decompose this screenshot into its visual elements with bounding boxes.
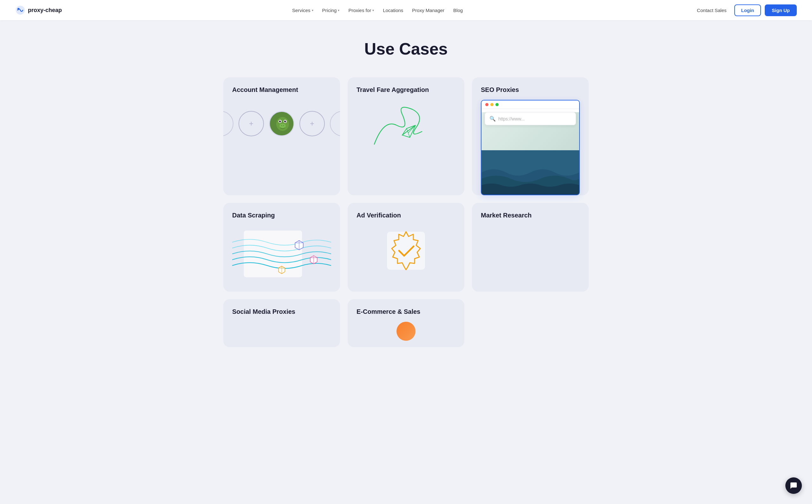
- card-market-research[interactable]: Market Research: [472, 203, 589, 292]
- ecommerce-illustration-hint: [356, 322, 456, 341]
- browser-content-area: 🔍 https://www...: [482, 112, 579, 150]
- card-social-media[interactable]: Social Media Proxies: [223, 299, 340, 347]
- svg-point-1: [17, 8, 19, 10]
- browser-dot-green: [496, 103, 499, 106]
- contact-sales-button[interactable]: Contact Sales: [693, 5, 730, 16]
- page-title: Use Cases: [223, 39, 589, 58]
- nav-proxies-for[interactable]: Proxies for ▾: [344, 5, 378, 16]
- nav-proxy-manager[interactable]: Proxy Manager: [408, 5, 448, 16]
- chat-icon: [790, 482, 797, 489]
- svg-rect-25: [387, 232, 425, 270]
- browser-frame: 🔍 https://www...: [481, 100, 580, 195]
- nav-services[interactable]: Services ▾: [288, 5, 317, 16]
- card-ad-verification-title: Ad Verification: [356, 212, 456, 219]
- nav-actions: Contact Sales Login Sign Up: [693, 4, 797, 16]
- chat-bubble-button[interactable]: [785, 477, 802, 494]
- browser-topbar: [482, 100, 579, 109]
- avatar-group: + +: [223, 111, 340, 146]
- avatar-add-left: +: [238, 111, 264, 136]
- search-bar-mock: 🔍 https://www...: [485, 112, 576, 125]
- scraping-art: [232, 225, 331, 282]
- avatar-ghost-left: +: [223, 111, 233, 136]
- card-market-research-title: Market Research: [481, 212, 580, 219]
- card-ad-verification[interactable]: Ad Verification: [347, 203, 465, 292]
- svg-point-9: [285, 121, 286, 121]
- card-social-media-title: Social Media Proxies: [232, 308, 331, 315]
- logo-icon: [15, 5, 25, 15]
- ocean-waves-svg: [482, 150, 579, 195]
- ocean-image: [482, 150, 579, 195]
- nav-locations[interactable]: Locations: [379, 5, 407, 16]
- card-account-management-title: Account Management: [232, 86, 331, 94]
- pricing-chevron-icon: ▾: [338, 9, 339, 12]
- verification-badge: [380, 225, 432, 286]
- login-button[interactable]: Login: [734, 4, 761, 16]
- svg-rect-18: [244, 231, 302, 277]
- svg-point-11: [281, 125, 282, 126]
- nav-pricing[interactable]: Pricing ▾: [318, 5, 343, 16]
- card-seo-browser: 🔍 https://www...: [481, 100, 580, 195]
- logo-text: proxy-cheap: [28, 7, 62, 14]
- search-url-text: https://www...: [498, 116, 525, 121]
- card-travel-fare[interactable]: Travel Fare Aggregation: [347, 77, 465, 195]
- svg-point-5: [279, 120, 281, 122]
- services-chevron-icon: ▾: [312, 9, 313, 12]
- paper-plane-graphic: [365, 100, 447, 163]
- browser-dot-red: [485, 103, 489, 106]
- card-account-management[interactable]: Account Management + +: [223, 77, 340, 195]
- main-content: Use Cases Account Management + +: [216, 20, 596, 372]
- svg-point-12: [283, 125, 284, 126]
- card-seo-proxies[interactable]: SEO Proxies 🔍 https://www...: [472, 77, 589, 195]
- card-data-scraping-title: Data Scraping: [232, 212, 331, 219]
- card-travel-fare-illustration: [356, 100, 456, 163]
- svg-point-6: [280, 121, 281, 121]
- card-data-scraping-illustration: [232, 225, 331, 282]
- avatar-lizard: [269, 111, 294, 136]
- svg-point-8: [284, 120, 286, 122]
- card-ecommerce[interactable]: E-Commerce & Sales: [347, 299, 465, 347]
- nav-blog[interactable]: Blog: [450, 5, 467, 16]
- proxies-chevron-icon: ▾: [372, 9, 374, 12]
- browser-dot-yellow: [491, 103, 494, 106]
- card-account-management-illustration: + +: [232, 100, 331, 157]
- nav-links: Services ▾ Pricing ▾ Proxies for ▾ Locat…: [288, 5, 467, 16]
- svg-point-10: [279, 124, 286, 128]
- navbar: proxy-cheap Services ▾ Pricing ▾ Proxies…: [0, 0, 812, 20]
- logo-link[interactable]: proxy-cheap: [15, 5, 62, 15]
- card-ecommerce-title: E-Commerce & Sales: [356, 308, 456, 315]
- avatar-ghost-right: [330, 111, 340, 136]
- card-data-scraping[interactable]: Data Scraping: [223, 203, 340, 292]
- cards-grid: Account Management + +: [223, 77, 589, 347]
- search-icon: 🔍: [490, 116, 496, 122]
- card-ad-verification-illustration: [356, 225, 456, 286]
- card-travel-fare-title: Travel Fare Aggregation: [356, 86, 456, 94]
- signup-button[interactable]: Sign Up: [765, 4, 797, 16]
- card-seo-proxies-title: SEO Proxies: [481, 86, 580, 94]
- avatar-add-right: +: [299, 111, 325, 136]
